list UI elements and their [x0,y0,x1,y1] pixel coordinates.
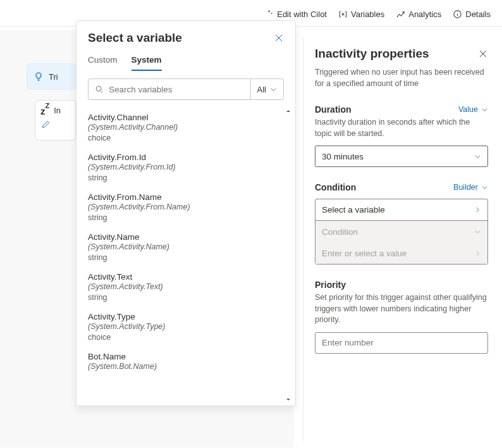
variable-item-name: Activity.Type [88,312,286,321]
variable-item[interactable]: Activity.Channel(System.Activity.Channel… [88,108,293,147]
variable-item-name: Activity.From.Id [88,152,286,162]
variable-item[interactable]: Activity.From.Name(System.Activity.From.… [88,187,293,227]
edit-with-copilot-button[interactable]: Edit with Cilot [264,9,327,19]
pencil-icon [42,120,50,128]
sleep-icon: zZ [40,104,49,116]
variable-filter-dropdown[interactable]: All [250,79,283,99]
condition-operator-picker[interactable]: Condition [315,221,487,242]
details-button[interactable]: Details [453,9,491,19]
condition-label: Condition [315,182,356,192]
variable-item-name: Activity.Channel [88,113,286,122]
condition-mode-toggle[interactable]: Builder [453,183,488,192]
trigger-node-label: Tri [49,72,58,82]
variable-item[interactable]: Activity.Name(System.Activity.Name)strin… [88,227,293,267]
inactivity-properties-panel: Inactivity properties Triggered when no … [303,37,502,442]
priority-description: Set priority for this trigger against ot… [315,292,488,326]
properties-close-button[interactable] [478,49,488,59]
variable-tabs: Custom System [77,51,295,71]
chevron-down-icon [270,86,277,93]
inactivity-node-label: In [54,106,61,115]
duration-dropdown[interactable]: 30 minutes [315,146,488,167]
variable-item-name: Activity.Name [88,232,286,242]
caret-down-icon [285,397,291,403]
condition-variable-picker[interactable]: Select a variable [315,199,487,221]
variable-item-type: string [88,173,286,182]
close-button[interactable] [274,33,284,43]
variable-item[interactable]: Bot.Name(System.Bot.Name) [88,347,293,376]
search-variables-input[interactable] [109,85,244,94]
condition-operator-placeholder: Condition [322,227,358,237]
tab-system[interactable]: System [132,55,162,71]
variable-item-name: Activity.From.Name [88,192,286,202]
variable-item-type: choice [88,333,286,342]
priority-field-wrapper [315,332,488,354]
duration-value: 30 minutes [322,152,364,161]
select-variable-title: Select a variable [88,31,182,45]
duration-mode-label: Value [458,105,478,114]
duration-mode-toggle[interactable]: Value [458,105,488,114]
variable-item-system-name: (System.Activity.Name) [88,242,286,251]
inactivity-node[interactable]: zZ In [35,100,76,140]
variable-item[interactable]: Activity.Text(System.Activity.Text)strin… [88,267,293,307]
duration-label: Duration [315,104,352,115]
sparkle-icon [264,9,274,19]
variable-item-type: choice [88,134,286,142]
variables-icon [338,9,348,19]
variable-list[interactable]: Activity.Channel(System.Activity.Channel… [77,106,295,406]
chevron-down-icon [481,106,488,113]
variable-item-system-name: (System.Activity.Channel) [88,123,286,132]
details-label: Details [465,9,491,19]
lightbulb-icon [34,72,44,82]
tab-custom[interactable]: Custom [88,55,118,71]
chevron-right-icon [474,250,481,257]
chevron-down-icon [481,184,488,191]
variable-item[interactable]: Activity.From.Id(System.Activity.From.Id… [88,147,293,187]
variable-item-system-name: (System.Activity.Text) [88,282,286,291]
variable-item-system-name: (System.Activity.Type) [88,322,286,331]
search-icon [95,85,104,94]
chevron-right-icon [474,206,481,213]
edit-with-copilot-label: Edit with Cilot [277,9,327,19]
analytics-button[interactable]: Analytics [396,9,441,19]
condition-value-placeholder: Enter or select a value [322,249,407,258]
properties-title: Inactivity properties [315,47,429,61]
condition-builder: Select a variable Condition Enter or sel… [315,199,488,264]
variable-item-name: Bot.Name [88,352,286,361]
variables-label: Variables [351,9,384,19]
variable-item-system-name: (System.Activity.From.Name) [88,202,286,211]
priority-input[interactable] [322,338,481,347]
duration-description: Inactivity duration in seconds after whi… [315,117,488,139]
variable-item-type: string [88,213,286,222]
info-icon [453,9,462,19]
variable-item-name: Activity.Text [88,272,286,282]
priority-label: Priority [315,280,346,290]
chevron-down-icon [474,153,481,160]
condition-mode-label: Builder [453,183,478,192]
variable-item-system-name: (System.Activity.From.Id) [88,163,286,171]
variable-item-type: string [88,253,286,262]
variable-item-type: string [88,293,286,302]
svg-point-1 [96,86,101,91]
search-variables-row: All [88,78,284,100]
condition-variable-label: Select a variable [322,205,385,215]
analytics-icon [396,9,405,19]
analytics-label: Analytics [408,9,441,19]
chevron-down-icon [474,228,481,235]
variables-button[interactable]: Variables [338,9,384,19]
variable-filter-label: All [257,85,266,94]
variable-item-system-name: (System.Bot.Name) [88,362,286,371]
variable-item[interactable]: Activity.Type(System.Activity.Type)choic… [88,307,293,347]
condition-value-picker[interactable]: Enter or select a value [315,242,487,264]
trigger-node[interactable]: Tri [27,63,76,90]
select-variable-panel: Select a variable Custom System All Acti… [76,20,296,406]
properties-description: Triggered when no user input has been re… [315,67,488,89]
